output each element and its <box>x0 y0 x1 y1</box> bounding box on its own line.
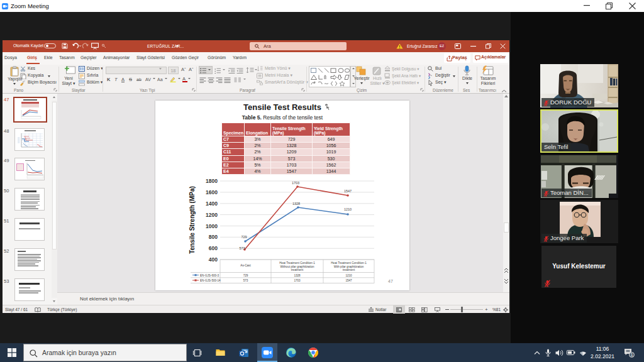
svg-text:600: 600 <box>209 245 218 251</box>
svg-text:47: 47 <box>388 279 393 283</box>
svg-text:Without pilar graphitization: Without pilar graphitization <box>280 265 314 268</box>
svg-text:1210: 1210 <box>345 274 352 277</box>
svg-text:729: 729 <box>241 235 247 239</box>
svg-text:1703: 1703 <box>294 279 301 282</box>
svg-text:1547: 1547 <box>345 279 352 282</box>
svg-text:EN-GJS-500-14: EN-GJS-500-14 <box>200 279 221 282</box>
svg-text:EN-GJS-600-3: EN-GJS-600-3 <box>200 274 219 277</box>
svg-text:400: 400 <box>209 256 218 263</box>
svg-text:800: 800 <box>209 234 218 240</box>
svg-text:573: 573 <box>243 279 248 282</box>
svg-text:573: 573 <box>239 246 245 250</box>
svg-text:With pilar graphitization: With pilar graphitization <box>334 265 364 268</box>
svg-text:1800: 1800 <box>206 178 218 184</box>
svg-text:1000: 1000 <box>206 223 218 229</box>
svg-text:1210: 1210 <box>344 207 352 211</box>
svg-text:1200: 1200 <box>206 212 218 218</box>
svg-text:treatment: treatment <box>291 268 304 272</box>
svg-text:1400: 1400 <box>206 200 218 207</box>
svg-text:1600: 1600 <box>206 189 218 195</box>
svg-text:1328: 1328 <box>292 202 300 206</box>
svg-text:Heat Treatment Condition-1: Heat Treatment Condition-1 <box>331 261 367 265</box>
svg-text:1703: 1703 <box>292 181 299 185</box>
svg-text:1547: 1547 <box>344 189 352 193</box>
svg-text:1328: 1328 <box>294 274 301 277</box>
svg-text:As-Cast: As-Cast <box>240 264 251 267</box>
svg-text:729: 729 <box>243 274 248 277</box>
svg-text:treatment: treatment <box>343 268 355 272</box>
svg-text:Tensile Strength (MPa): Tensile Strength (MPa) <box>189 186 196 254</box>
svg-text:Heat Treatment Condition-1: Heat Treatment Condition-1 <box>279 261 315 265</box>
